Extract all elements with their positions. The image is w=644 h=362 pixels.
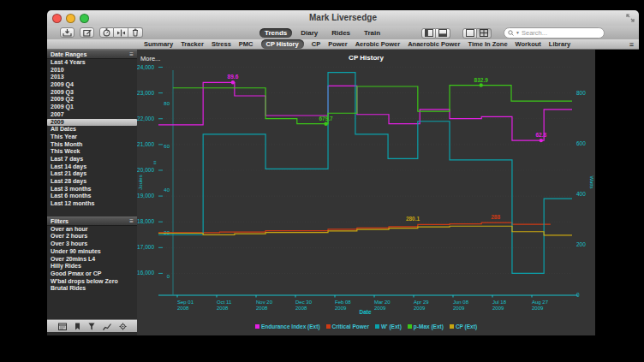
data-label: 832.9 <box>474 77 489 83</box>
date-range-item-2009-q3[interactable]: 2009 Q3 <box>47 89 137 97</box>
toggle-bottombar-button[interactable] <box>436 28 450 39</box>
watts-tick-label: 0 <box>576 292 580 298</box>
import-button[interactable] <box>60 27 75 38</box>
tab-workout[interactable]: Workout <box>516 40 541 48</box>
tab-pmc[interactable]: PMC <box>239 40 253 48</box>
legend-swatch <box>375 324 379 329</box>
intervals-split-button[interactable] <box>114 27 128 38</box>
legend-item-critical-power: Critical Power <box>326 323 369 329</box>
view-tab-rides[interactable]: Rides <box>326 28 355 38</box>
x-tick-label: Apr 292009 <box>414 300 429 312</box>
date-range-item-last-4-years[interactable]: Last 4 Years <box>47 59 137 67</box>
filter-item-over-20mins-l4[interactable]: Over 20mins L4 <box>47 256 137 264</box>
x-tick-label: Oct 112008 <box>217 300 232 312</box>
settings-icon[interactable] <box>119 323 127 330</box>
tab-time-in-zone[interactable]: Time In Zone <box>468 40 507 48</box>
date-range-item-2010[interactable]: 2010 <box>47 67 137 74</box>
legend-label: W' (Ext) <box>381 323 402 329</box>
tab-anaerobic-power[interactable]: Anaerobic Power <box>408 40 460 48</box>
date-range-item-last-7-days[interactable]: Last 7 days <box>47 156 137 163</box>
date-range-item-last-3-months[interactable]: Last 3 months <box>47 186 137 193</box>
date-range-item-2009[interactable]: 2009 <box>47 119 137 127</box>
date-range-item-this-year[interactable]: This Year <box>47 134 137 141</box>
legend-item-p-max-ext: p-Max (Ext) <box>408 323 444 329</box>
view-tab-train[interactable]: Train <box>359 28 385 38</box>
joules-tick-label: 22,000 <box>137 116 154 122</box>
timer-button[interactable] <box>99 27 114 38</box>
tabbar-menu-icon[interactable]: ≡ <box>629 40 634 49</box>
tab-aerobic-power[interactable]: Aerobic Power <box>355 40 401 48</box>
x-tick-label: Dec 302008 <box>295 300 313 312</box>
joules-tick-label: 21,000 <box>137 141 154 147</box>
joules-tick-label: 20,000 <box>137 167 154 173</box>
date-range-item-last-21-days[interactable]: Last 21 days <box>47 170 137 178</box>
joules-tick-label: 23,000 <box>137 90 154 96</box>
data-point <box>324 122 327 126</box>
ei-tick-label: 60 <box>164 144 170 149</box>
tab-tracker[interactable]: Tracker <box>181 40 204 48</box>
date-ranges-list: Last 4 Years201020132009 Q42009 Q32009 Q… <box>47 59 137 208</box>
legend-item-w-ext: W' (Ext) <box>375 323 402 329</box>
filter-item-brutal-rides[interactable]: Brutal Rides <box>47 285 137 293</box>
legend-swatch <box>450 324 454 329</box>
chart-tab-bar: SummaryTrackerStressPMCCP HistoryCPPower… <box>47 39 639 50</box>
filter-item-under-90-minutes[interactable]: Under 90 minutes <box>47 248 137 256</box>
filter-item-hilly-rides[interactable]: Hilly Rides <box>47 263 137 270</box>
tab-cp[interactable]: CP <box>312 40 320 48</box>
ei-tick-label: 0 <box>167 274 170 279</box>
filter-item-good-pmax-or-cp[interactable]: Good Pmax or CP <box>47 270 137 278</box>
tab-library[interactable]: Library <box>549 40 570 48</box>
cp-history-chart: Sep 012008Oct 112008Nov 202008Dec 302008… <box>137 50 595 335</box>
tab-summary[interactable]: Summary <box>144 40 173 48</box>
date-range-item-last-6-months[interactable]: Last 6 months <box>47 193 137 200</box>
date-range-item-last-28-days[interactable]: Last 28 days <box>47 178 137 186</box>
legend-label: Endurance Index (Ext) <box>261 323 320 329</box>
date-range-item-2009-q1[interactable]: 2009 Q1 <box>47 104 137 111</box>
filter-icon[interactable] <box>88 323 95 330</box>
compose-button[interactable] <box>80 27 94 38</box>
filter-item-over-2-hours[interactable]: Over 2 hours <box>47 233 137 240</box>
date-range-item-2007[interactable]: 2007 <box>47 111 137 119</box>
cp-history-plot[interactable]: Sep 012008Oct 112008Nov 202008Dec 302008… <box>137 50 595 335</box>
date-range-item-2009-q4[interactable]: 2009 Q4 <box>47 81 137 89</box>
layout-tiled-button[interactable] <box>477 28 492 39</box>
bookmark-icon[interactable] <box>75 323 80 330</box>
tab-cp-history[interactable]: CP History <box>261 39 304 49</box>
date-ranges-menu-icon[interactable]: ≡ <box>129 51 134 57</box>
toggle-sidebar-button[interactable] <box>421 28 436 39</box>
date-range-item-this-month[interactable]: This Month <box>47 141 137 149</box>
filter-item-over-an-hour[interactable]: Over an hour <box>47 226 137 234</box>
window-titlebar[interactable]: Mark Liversedge <box>47 10 639 27</box>
main-toolbar: TrendsDiaryRidesTrain <box>47 26 639 40</box>
date-range-item-this-week[interactable]: This Week <box>47 148 137 156</box>
date-range-item-2013[interactable]: 2013 <box>47 74 137 81</box>
filter-item-w-bal-drops-below-zero[interactable]: W'bal drops below Zero <box>47 278 137 286</box>
date-range-item-2009-q2[interactable]: 2009 Q2 <box>47 96 137 104</box>
date-range-item-last-12-months[interactable]: Last 12 months <box>47 200 137 208</box>
chart-icon[interactable] <box>103 323 111 330</box>
x-tick-label: Jul 182009 <box>492 300 507 312</box>
delete-button[interactable] <box>128 27 143 38</box>
view-tab-trends[interactable]: Trends <box>259 28 292 38</box>
series-endurance-index-ext- <box>158 82 572 140</box>
data-label: 288 <box>491 214 500 220</box>
date-range-item-all-dates[interactable]: All Dates <box>47 126 137 134</box>
calendar-icon[interactable] <box>58 323 67 330</box>
tab-stress[interactable]: Stress <box>212 40 231 48</box>
filter-item-over-3-hours[interactable]: Over 3 hours <box>47 240 137 248</box>
joules-tick-label: 24,000 <box>137 64 154 70</box>
filters-header[interactable]: Filters ≡ <box>47 217 137 226</box>
tab-power[interactable]: Power <box>328 40 348 48</box>
search-scope-caret-icon[interactable]: ▼ <box>516 31 520 35</box>
joules-tick-label: 19,000 <box>137 193 154 199</box>
date-range-item-last-14-days[interactable]: Last 14 days <box>47 163 137 171</box>
date-ranges-header[interactable]: Date Ranges ≡ <box>47 50 137 59</box>
joules-tick-label: 17,000 <box>137 244 154 250</box>
x-tick-label: Aug 272009 <box>532 300 549 312</box>
view-tab-diary[interactable]: Diary <box>295 28 323 38</box>
data-point <box>540 139 543 142</box>
layout-single-button[interactable] <box>462 28 477 39</box>
fullscreen-icon[interactable] <box>626 14 635 22</box>
filters-menu-icon[interactable]: ≡ <box>129 218 134 224</box>
search-input[interactable]: ▼ Search... <box>504 27 605 39</box>
